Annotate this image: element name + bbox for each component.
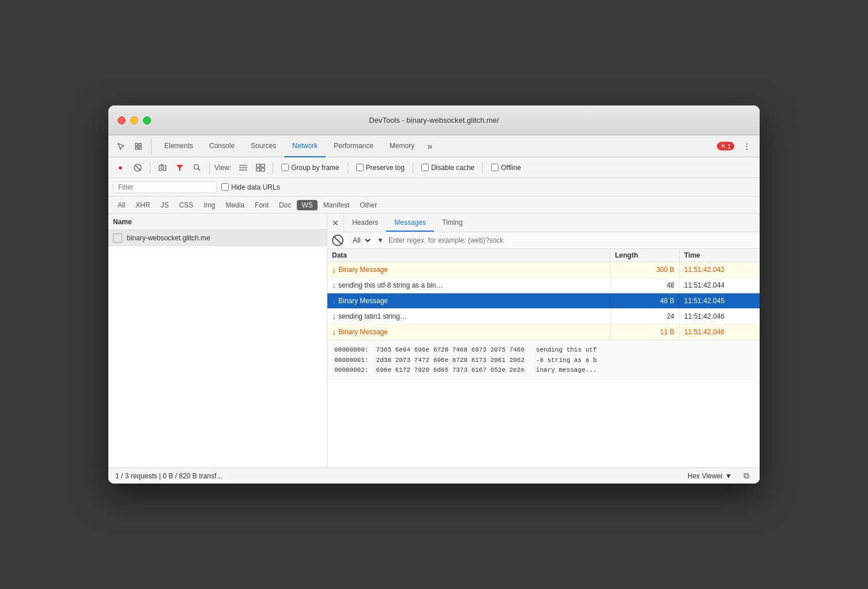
traffic-lights [118,116,151,124]
tab-elements[interactable]: Elements [156,135,201,157]
hex-content: 00000000: 7365 6e64 696e 6720 7468 6973 … [327,340,760,380]
filter-doc[interactable]: Doc [274,200,296,210]
request-name: binary-websocket.glitch.me [127,234,210,242]
message-row[interactable]: ↓ Binary Message 300 B 11:51:42.042 [327,262,760,278]
sent-arrow-icon: ↓ [332,312,336,321]
filter-all[interactable]: All [113,200,130,210]
message-length-cell: 11 B [610,325,679,339]
svg-line-10 [198,168,201,171]
tab-timing[interactable]: Timing [434,214,471,232]
titlebar: DevTools - binary-websocket.glitch.me/ [108,105,760,135]
svg-rect-6 [159,165,166,171]
hide-data-urls-label: Hide data URLs [231,183,280,191]
tab-messages[interactable]: Messages [386,214,434,232]
preserve-log-checkbox[interactable]: Preserve log [356,164,405,172]
cursor-icon[interactable] [113,138,129,154]
message-time-cell: 11:51:42.042 [679,263,760,277]
filter-input[interactable] [113,182,217,193]
filter-button[interactable] [172,160,187,175]
hex-viewer-label: Hex Viewer [688,472,723,480]
filter-media[interactable]: Media [221,200,249,210]
hide-data-urls-checkbox[interactable]: Hide data URLs [221,183,280,191]
close-button[interactable] [118,116,126,124]
camera-button[interactable] [155,160,170,175]
devtools-window: DevTools - binary-websocket.glitch.me/ E… [108,105,760,484]
request-favicon [113,233,122,243]
message-data-cell: ↓ Binary Message [327,293,610,308]
copy-button[interactable]: ⧉ [740,470,753,482]
error-icon: ✕ [720,142,726,150]
window-title: DevTools - binary-websocket.glitch.me/ [369,116,499,124]
filter-xhr[interactable]: XHR [131,200,154,210]
hex-viewer-arrow-icon: ▼ [725,472,732,480]
detail-view-button[interactable] [253,160,268,175]
time-column-header: Time [679,249,760,262]
tab-memory[interactable]: Memory [382,135,422,157]
record-button[interactable]: ● [113,160,128,175]
regex-filter-input[interactable] [388,236,755,244]
filter-js[interactable]: JS [156,200,173,210]
list-view-button[interactable] [236,160,251,175]
stop-button[interactable] [130,160,145,175]
tab-sources[interactable]: Sources [243,135,284,157]
tab-tools [113,138,152,154]
svg-rect-14 [256,164,260,167]
hex-viewer-button[interactable]: Hex Viewer ▼ [684,471,735,481]
svg-point-7 [161,167,164,169]
maximize-button[interactable] [143,116,151,124]
no-filter-icon [332,235,344,246]
message-data-text: Binary Message [338,266,388,274]
message-time-cell: 11:51:42.044 [679,278,760,292]
svg-point-9 [194,164,199,169]
messages-table: Data Length Time ↓ Binary Message 300 B … [327,249,760,467]
filter-manifest[interactable]: Manifest [319,200,354,210]
received-arrow-icon: ↓ [332,327,336,337]
svg-rect-2 [135,147,138,149]
toolbar-divider-4 [348,162,348,173]
requests-header: Name [108,214,327,230]
message-time-cell: 11:51:42.046 [679,309,760,323]
message-row[interactable]: ↓ sending latin1 string… 24 11:51:42.046 [327,309,760,324]
tab-console[interactable]: Console [201,135,243,157]
status-bar: 1 / 3 requests | 0 B / 820 B transf… Hex… [108,467,760,484]
filter-css[interactable]: CSS [175,200,198,210]
filter-bar: Hide data URLs [108,178,760,197]
request-row[interactable]: binary-websocket.glitch.me [108,230,327,247]
dropdown-arrow: ▼ [377,236,384,244]
group-by-frame-checkbox[interactable]: Group by frame [281,164,339,172]
more-tabs-button[interactable]: » [422,141,437,152]
offline-checkbox[interactable]: Offline [491,164,520,172]
inspect-icon[interactable] [130,138,146,154]
settings-icon[interactable]: ⋮ [739,138,755,154]
name-column-header: Name [113,218,132,226]
tab-network[interactable]: Network [284,135,326,157]
filter-ws[interactable]: WS [297,200,317,210]
message-data-text: sending this utf-8 string as a bin… [338,281,443,289]
error-badge[interactable]: ✕ 1 [717,142,734,150]
received-arrow-icon: ↓ [332,265,336,274]
filter-font[interactable]: Font [250,200,273,210]
disable-cache-checkbox[interactable]: Disable cache [421,164,474,172]
minimize-button[interactable] [130,116,138,124]
message-row[interactable]: ↓ Binary Message 11 B 11:51:42.046 [327,324,760,340]
detail-close-button[interactable]: ✕ [327,214,344,232]
hex-line: 00000001: 2d38 2073 7472 696e 6720 6173 … [334,356,753,366]
tab-headers[interactable]: Headers [344,214,386,232]
search-button[interactable] [190,160,205,175]
message-length-cell: 300 B [610,263,679,277]
network-toolbar: ● View: [108,157,760,178]
toolbar-divider-2 [209,162,210,173]
tab-right-actions: ✕ 1 ⋮ [717,138,755,154]
filter-other[interactable]: Other [355,200,382,210]
data-column-header: Data [327,249,610,262]
message-row[interactable]: ↓ sending this utf-8 string as a bin… 48… [327,278,760,293]
group-by-frame-label: Group by frame [291,164,339,172]
message-row[interactable]: ↓ Binary Message 48 B 11:51:42.045 [327,293,760,309]
message-time-cell: 11:51:42.046 [679,325,760,339]
sent-arrow-icon: ↓ [332,281,336,290]
tab-performance[interactable]: Performance [326,135,382,157]
message-type-select[interactable]: All [348,236,372,245]
detail-tabs: ✕ Headers Messages Timing [327,214,760,232]
filter-img[interactable]: Img [199,200,220,210]
svg-rect-17 [261,168,265,171]
